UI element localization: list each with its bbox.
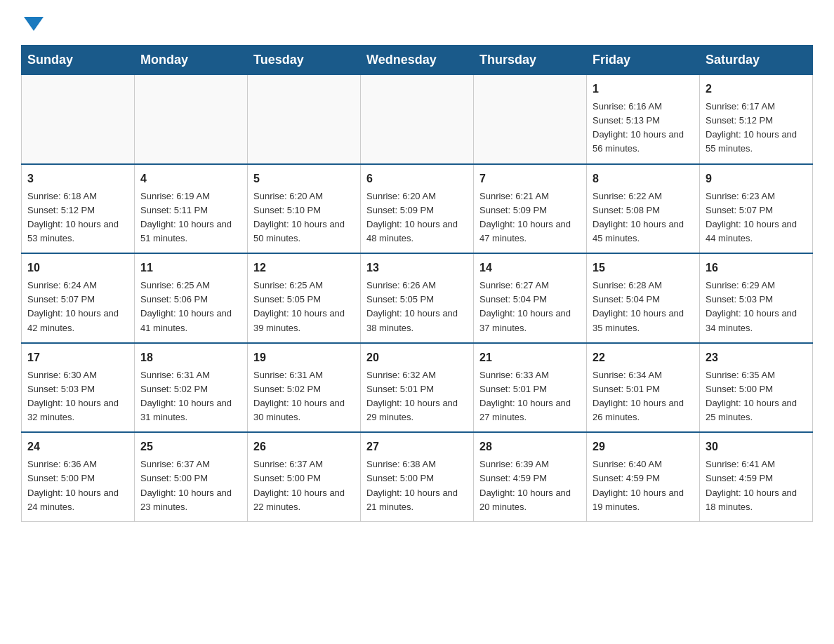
calendar-cell: 17Sunrise: 6:30 AM Sunset: 5:03 PM Dayli… [22,343,135,433]
day-sun-info: Sunrise: 6:32 AM Sunset: 5:01 PM Dayligh… [366,368,468,425]
day-number: 18 [140,349,241,366]
day-sun-info: Sunrise: 6:25 AM Sunset: 5:06 PM Dayligh… [140,279,241,335]
calendar-cell: 9Sunrise: 6:23 AM Sunset: 5:07 PM Daylig… [700,164,813,254]
calendar-header-row: SundayMondayTuesdayWednesdayThursdayFrid… [22,46,813,75]
calendar-week-row: 17Sunrise: 6:30 AM Sunset: 5:03 PM Dayli… [22,343,813,433]
calendar-week-row: 3Sunrise: 6:18 AM Sunset: 5:12 PM Daylig… [22,164,813,254]
day-number: 13 [366,260,468,276]
day-sun-info: Sunrise: 6:16 AM Sunset: 5:13 PM Dayligh… [593,100,694,156]
day-sun-info: Sunrise: 6:27 AM Sunset: 5:04 PM Dayligh… [479,279,581,335]
day-number: 24 [27,438,128,455]
calendar-cell: 28Sunrise: 6:39 AM Sunset: 4:59 PM Dayli… [474,432,587,521]
calendar-cell: 6Sunrise: 6:20 AM Sunset: 5:09 PM Daylig… [361,164,474,254]
calendar-header-tuesday: Tuesday [248,46,361,75]
calendar-cell: 2Sunrise: 6:17 AM Sunset: 5:12 PM Daylig… [700,75,813,164]
calendar-cell [248,75,361,164]
day-number: 8 [593,170,694,187]
day-number: 16 [706,260,807,276]
day-number: 11 [140,260,241,276]
day-number: 19 [253,349,355,366]
calendar-header-wednesday: Wednesday [361,46,474,75]
day-sun-info: Sunrise: 6:23 AM Sunset: 5:07 PM Dayligh… [706,189,807,246]
day-sun-info: Sunrise: 6:37 AM Sunset: 5:00 PM Dayligh… [253,457,355,514]
calendar-cell: 22Sunrise: 6:34 AM Sunset: 5:01 PM Dayli… [587,343,700,433]
calendar-cell: 12Sunrise: 6:25 AM Sunset: 5:05 PM Dayli… [248,253,361,343]
day-number: 7 [479,170,581,187]
day-number: 23 [706,349,807,366]
calendar-week-row: 10Sunrise: 6:24 AM Sunset: 5:07 PM Dayli… [22,253,813,343]
logo-general-text [21,14,44,31]
calendar-cell: 26Sunrise: 6:37 AM Sunset: 5:00 PM Dayli… [248,432,361,521]
day-number: 14 [479,260,581,276]
calendar-cell: 4Sunrise: 6:19 AM Sunset: 5:11 PM Daylig… [135,164,248,254]
day-number: 12 [253,260,355,276]
calendar-header-saturday: Saturday [700,46,813,75]
day-number: 6 [366,170,468,187]
calendar-cell: 19Sunrise: 6:31 AM Sunset: 5:02 PM Dayli… [248,343,361,433]
day-number: 9 [706,170,807,187]
day-sun-info: Sunrise: 6:24 AM Sunset: 5:07 PM Dayligh… [27,279,128,335]
calendar-cell: 14Sunrise: 6:27 AM Sunset: 5:04 PM Dayli… [474,253,587,343]
day-sun-info: Sunrise: 6:26 AM Sunset: 5:05 PM Dayligh… [366,279,468,335]
calendar-cell: 23Sunrise: 6:35 AM Sunset: 5:00 PM Dayli… [700,343,813,433]
calendar-cell [361,75,474,164]
calendar-table: SundayMondayTuesdayWednesdayThursdayFrid… [21,45,813,522]
calendar-cell: 20Sunrise: 6:32 AM Sunset: 5:01 PM Dayli… [361,343,474,433]
day-sun-info: Sunrise: 6:28 AM Sunset: 5:04 PM Dayligh… [593,279,694,335]
calendar-cell: 15Sunrise: 6:28 AM Sunset: 5:04 PM Dayli… [587,253,700,343]
day-number: 26 [253,438,355,455]
day-number: 5 [253,170,355,187]
day-sun-info: Sunrise: 6:34 AM Sunset: 5:01 PM Dayligh… [593,368,694,425]
day-number: 3 [27,170,128,187]
calendar-cell: 7Sunrise: 6:21 AM Sunset: 5:09 PM Daylig… [474,164,587,254]
calendar-cell: 5Sunrise: 6:20 AM Sunset: 5:10 PM Daylig… [248,164,361,254]
calendar-cell: 24Sunrise: 6:36 AM Sunset: 5:00 PM Dayli… [22,432,135,521]
calendar-week-row: 24Sunrise: 6:36 AM Sunset: 5:00 PM Dayli… [22,432,813,521]
day-number: 30 [706,438,807,455]
day-number: 21 [479,349,581,366]
day-number: 15 [593,260,694,276]
day-sun-info: Sunrise: 6:39 AM Sunset: 4:59 PM Dayligh… [479,457,581,514]
calendar-cell: 25Sunrise: 6:37 AM Sunset: 5:00 PM Dayli… [135,432,248,521]
day-number: 25 [140,438,241,455]
day-sun-info: Sunrise: 6:22 AM Sunset: 5:08 PM Dayligh… [593,189,694,246]
calendar-cell: 27Sunrise: 6:38 AM Sunset: 5:00 PM Dayli… [361,432,474,521]
day-sun-info: Sunrise: 6:35 AM Sunset: 5:00 PM Dayligh… [706,368,807,425]
day-number: 22 [593,349,694,366]
calendar-cell [135,75,248,164]
calendar-cell: 18Sunrise: 6:31 AM Sunset: 5:02 PM Dayli… [135,343,248,433]
calendar-cell: 29Sunrise: 6:40 AM Sunset: 4:59 PM Dayli… [587,432,700,521]
day-sun-info: Sunrise: 6:30 AM Sunset: 5:03 PM Dayligh… [27,368,128,425]
calendar-cell: 3Sunrise: 6:18 AM Sunset: 5:12 PM Daylig… [22,164,135,254]
day-sun-info: Sunrise: 6:21 AM Sunset: 5:09 PM Dayligh… [479,189,581,246]
day-number: 28 [479,438,581,455]
day-sun-info: Sunrise: 6:25 AM Sunset: 5:05 PM Dayligh… [253,279,355,335]
day-sun-info: Sunrise: 6:20 AM Sunset: 5:10 PM Dayligh… [253,189,355,246]
day-number: 27 [366,438,468,455]
logo-triangle-icon [24,17,44,31]
day-sun-info: Sunrise: 6:41 AM Sunset: 4:59 PM Dayligh… [706,457,807,514]
calendar-cell: 30Sunrise: 6:41 AM Sunset: 4:59 PM Dayli… [700,432,813,521]
day-sun-info: Sunrise: 6:20 AM Sunset: 5:09 PM Dayligh… [366,189,468,246]
calendar-header-friday: Friday [587,46,700,75]
page-header [21,14,813,31]
calendar-cell: 21Sunrise: 6:33 AM Sunset: 5:01 PM Dayli… [474,343,587,433]
day-number: 29 [593,438,694,455]
day-sun-info: Sunrise: 6:37 AM Sunset: 5:00 PM Dayligh… [140,457,241,514]
calendar-cell: 11Sunrise: 6:25 AM Sunset: 5:06 PM Dayli… [135,253,248,343]
day-sun-info: Sunrise: 6:31 AM Sunset: 5:02 PM Dayligh… [253,368,355,425]
calendar-cell: 1Sunrise: 6:16 AM Sunset: 5:13 PM Daylig… [587,75,700,164]
calendar-cell: 8Sunrise: 6:22 AM Sunset: 5:08 PM Daylig… [587,164,700,254]
day-sun-info: Sunrise: 6:18 AM Sunset: 5:12 PM Dayligh… [27,189,128,246]
day-sun-info: Sunrise: 6:33 AM Sunset: 5:01 PM Dayligh… [479,368,581,425]
calendar-header-monday: Monday [135,46,248,75]
calendar-header-thursday: Thursday [474,46,587,75]
day-sun-info: Sunrise: 6:38 AM Sunset: 5:00 PM Dayligh… [366,457,468,514]
calendar-header-sunday: Sunday [22,46,135,75]
day-sun-info: Sunrise: 6:19 AM Sunset: 5:11 PM Dayligh… [140,189,241,246]
day-number: 4 [140,170,241,187]
day-number: 1 [593,81,694,98]
calendar-cell: 10Sunrise: 6:24 AM Sunset: 5:07 PM Dayli… [22,253,135,343]
day-sun-info: Sunrise: 6:29 AM Sunset: 5:03 PM Dayligh… [706,279,807,335]
day-sun-info: Sunrise: 6:31 AM Sunset: 5:02 PM Dayligh… [140,368,241,425]
